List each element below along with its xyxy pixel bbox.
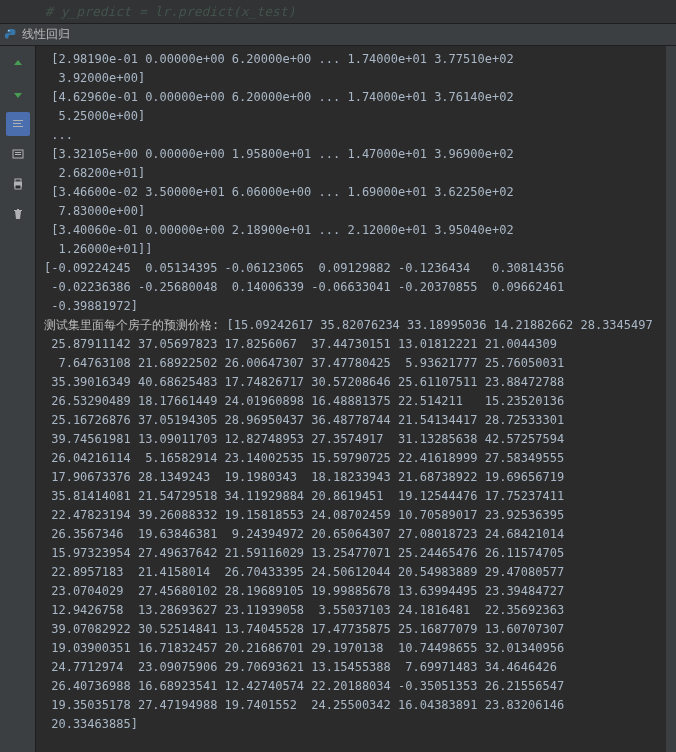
arrow-up-icon[interactable] [6, 52, 30, 76]
svg-rect-4 [15, 185, 21, 189]
tab-title: 线性回归 [22, 26, 70, 43]
python-icon [4, 28, 18, 42]
console-output[interactable]: [2.98190e-01 0.00000e+00 6.20000e+00 ...… [36, 46, 676, 752]
print-icon[interactable] [6, 172, 30, 196]
commented-code: # y_predict = lr.predict(x_test) [45, 4, 295, 19]
trash-icon[interactable] [6, 202, 30, 226]
svg-point-0 [8, 29, 9, 30]
svg-rect-3 [15, 179, 21, 182]
filter-icon[interactable] [6, 142, 30, 166]
console-toolbar [0, 46, 36, 752]
editor-area: # y_predict = lr.predict(x_test) [0, 0, 676, 24]
wrap-icon[interactable] [6, 112, 30, 136]
console-header: 线性回归 [0, 24, 676, 46]
arrow-down-icon[interactable] [6, 82, 30, 106]
vertical-scrollbar[interactable] [666, 46, 676, 752]
